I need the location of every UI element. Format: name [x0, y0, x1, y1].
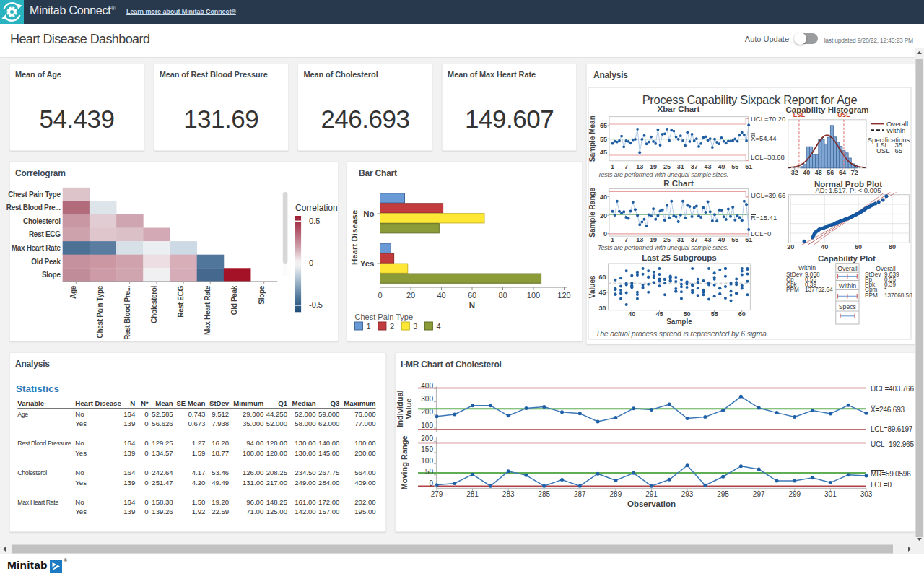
svg-text:7: 7: [624, 163, 628, 170]
svg-text:157.00: 157.00: [318, 508, 339, 515]
svg-text:140.00: 140.00: [318, 439, 339, 447]
svg-text:UCL=39.66: UCL=39.66: [751, 191, 785, 199]
svg-text:No: No: [363, 209, 374, 218]
svg-text:9.512: 9.512: [212, 410, 229, 418]
svg-text:Rest Blood Pre...: Rest Blood Pre...: [123, 285, 131, 339]
svg-text:284.00: 284.00: [318, 479, 339, 487]
svg-text:281: 281: [466, 490, 479, 498]
svg-text:242.64: 242.64: [152, 469, 173, 476]
svg-text:Chest Pain Type: Chest Pain Type: [97, 285, 105, 338]
svg-text:AD: 1.517, P: < 0.005: AD: 1.517, P: < 0.005: [815, 186, 881, 194]
svg-text:Specifications: Specifications: [868, 136, 910, 144]
svg-text:139: 139: [123, 449, 135, 457]
svg-text:Capability Plot: Capability Plot: [818, 254, 876, 263]
svg-text:22.59: 22.59: [212, 508, 229, 515]
svg-text:Heart Disease: Heart Disease: [75, 399, 121, 407]
svg-text:200: 200: [421, 435, 433, 443]
svg-text:R=15.41: R=15.41: [751, 214, 777, 222]
svg-text:131.00: 131.00: [243, 479, 263, 487]
svg-text:200: 200: [421, 408, 433, 416]
svg-text:62.000: 62.000: [318, 419, 339, 427]
svg-text:0: 0: [144, 498, 148, 506]
svg-text:164: 164: [123, 439, 136, 447]
svg-text:Last 25 Subgroups: Last 25 Subgroups: [642, 253, 717, 262]
svg-text:Slope: Slope: [42, 271, 61, 279]
svg-text:120: 120: [557, 291, 570, 300]
svg-text:Heart Disease: Heart Disease: [350, 210, 359, 265]
svg-text:7.938: 7.938: [212, 419, 229, 427]
svg-text:Chest Pain Type: Chest Pain Type: [355, 313, 414, 321]
svg-text:LCL=89.6197: LCL=89.6197: [871, 425, 913, 433]
svg-text:49: 49: [718, 236, 725, 243]
svg-text:249.00: 249.00: [295, 479, 315, 487]
svg-text:96.00: 96.00: [246, 498, 263, 506]
svg-text:65: 65: [894, 147, 902, 154]
svg-text:SE Mean: SE Mean: [176, 399, 205, 407]
svg-text:Maximum: Maximum: [344, 399, 375, 407]
svg-text:Yes: Yes: [75, 419, 87, 427]
svg-text:202.00: 202.00: [354, 498, 375, 506]
svg-text:29.000: 29.000: [243, 410, 263, 418]
svg-text:43: 43: [705, 236, 712, 243]
svg-text:35.000: 35.000: [243, 419, 263, 427]
svg-text:31: 31: [677, 163, 684, 170]
svg-text:Yes: Yes: [75, 479, 87, 487]
svg-text:139.26: 139.26: [152, 508, 173, 515]
svg-text:Overall: Overall: [837, 265, 858, 272]
svg-text:0.743: 0.743: [188, 410, 205, 418]
svg-text:1.27: 1.27: [192, 439, 206, 447]
svg-text:Individual: Individual: [396, 390, 404, 427]
svg-text:293: 293: [681, 490, 694, 498]
svg-text:195.00: 195.00: [354, 508, 375, 515]
svg-text:X=54.44: X=54.44: [751, 134, 777, 142]
svg-text:150: 150: [421, 445, 433, 453]
svg-text:208.25: 208.25: [266, 469, 287, 476]
svg-text:100.00: 100.00: [243, 449, 263, 457]
svg-text:130.00: 130.00: [295, 449, 315, 457]
svg-text:100: 100: [527, 291, 540, 300]
svg-text:Observation: Observation: [627, 500, 676, 508]
svg-text:40: 40: [600, 193, 607, 201]
svg-text:120.00: 120.00: [266, 439, 287, 447]
svg-text:No: No: [75, 498, 84, 506]
svg-text:43: 43: [705, 163, 712, 170]
svg-text:Max Heart Rate: Max Heart Rate: [12, 244, 61, 252]
svg-text:No: No: [75, 439, 84, 447]
svg-text:279: 279: [431, 490, 443, 498]
svg-text:139: 139: [123, 419, 135, 427]
svg-text:0: 0: [144, 439, 148, 447]
svg-text:Sample: Sample: [666, 318, 692, 326]
svg-text:Yes: Yes: [75, 449, 87, 457]
svg-text:299: 299: [788, 490, 801, 498]
svg-text:61: 61: [745, 163, 752, 170]
svg-text:164: 164: [123, 469, 136, 476]
svg-text:N: N: [469, 301, 475, 310]
svg-text:60: 60: [855, 243, 862, 251]
svg-text:18.77: 18.77: [212, 449, 229, 457]
svg-text:44.250: 44.250: [266, 410, 287, 418]
svg-text:Tests are performed with unequ: Tests are performed with unequal sample …: [598, 244, 728, 251]
svg-text:1: 1: [367, 322, 371, 331]
svg-text:1.50: 1.50: [192, 498, 206, 506]
svg-text:Max Heart Rate: Max Heart Rate: [204, 285, 212, 335]
svg-text:0: 0: [309, 258, 313, 267]
svg-text:60: 60: [598, 274, 606, 281]
svg-text:Within: Within: [839, 282, 856, 290]
svg-text:40: 40: [437, 291, 445, 300]
svg-text:4.20: 4.20: [192, 479, 206, 487]
svg-text:137752.64: 137752.64: [805, 287, 833, 293]
svg-text:76.000: 76.000: [354, 410, 375, 418]
svg-text:164: 164: [123, 410, 136, 418]
svg-text:0: 0: [144, 419, 148, 427]
svg-text:13: 13: [636, 163, 643, 170]
svg-text:Variable: Variable: [17, 399, 44, 407]
svg-text:49.49: 49.49: [212, 479, 229, 487]
svg-text:Old Peak: Old Peak: [231, 285, 239, 315]
svg-text:Value: Value: [404, 399, 413, 419]
svg-text:1.92: 1.92: [192, 508, 206, 515]
svg-text:N*: N*: [141, 399, 149, 407]
svg-text:0: 0: [429, 479, 433, 487]
svg-text:R Chart: R Chart: [663, 179, 694, 188]
svg-text:Minimum: Minimum: [233, 399, 263, 407]
svg-text:161.00: 161.00: [295, 498, 315, 506]
